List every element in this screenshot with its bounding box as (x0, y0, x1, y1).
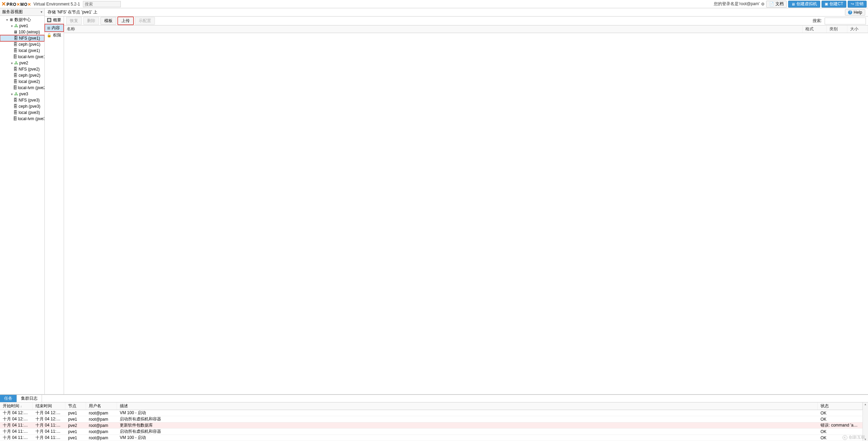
task-end: 十月 04 12:35:44 (33, 410, 65, 416)
tree-item-storage[interactable]: 🗄ceph (pve2) (0, 72, 44, 78)
task-row[interactable]: 十月 04 12:33:42 十月 04 12:33:42 pve1 root@… (0, 416, 862, 422)
task-node: pve1 (65, 417, 86, 422)
col-user[interactable]: 用户名 (86, 402, 117, 410)
tree-item-storage[interactable]: 🗄local (pve3) (0, 109, 44, 116)
content-grid-header: 名称 格式 类别 大小 (64, 25, 868, 33)
task-node: pve1 (65, 435, 86, 440)
lock-icon: 🔓 (47, 33, 52, 38)
docs-button[interactable]: 📄文档 (766, 1, 787, 8)
tree-label: pve1 (19, 23, 28, 28)
tree-label: 100 (winxp) (19, 30, 40, 34)
task-node: pve1 (65, 411, 86, 416)
collapse-icon: ▾ (10, 24, 14, 28)
tree-item-storage[interactable]: 🗄NFS (pve3) (0, 97, 44, 103)
tree-node-pve1[interactable]: ▾🖧pve1 (0, 23, 44, 29)
logout-button[interactable]: ↪注销 (848, 1, 867, 8)
version-label: Virtual Environment 5.2-1 (33, 2, 80, 7)
tree-item-storage[interactable]: 🗄local-lvm (pve1) (0, 54, 44, 60)
tree-item-storage[interactable]: 🗄NFS (pve2) (0, 66, 44, 72)
storage-icon: 🗄 (13, 54, 17, 59)
storage-icon: 🗄 (13, 116, 17, 121)
subnav-content[interactable]: ⊞内容 (45, 24, 64, 32)
task-start: 十月 04 11:55:50 (0, 429, 33, 434)
tree-item-vm[interactable]: 🖥100 (winxp) (0, 29, 44, 35)
delete-button[interactable]: 删除 (83, 17, 99, 25)
task-start: 十月 04 11:55:56 (0, 422, 33, 428)
tree-node-pve3[interactable]: ▾🖧pve3 (0, 91, 44, 97)
task-row[interactable]: 十月 04 11:55:50 十月 04 11:55:50 pve1 root@… (0, 429, 862, 435)
collapse-icon: ▾ (10, 61, 14, 65)
create-vm-button[interactable]: 🖥创建虚拟机 (788, 1, 820, 8)
view-label: 服务器视图 (2, 9, 23, 15)
collapse-icon: ▾ (5, 18, 9, 22)
storage-icon: 🗄 (13, 85, 17, 90)
logo-x-icon: ✕ (1, 1, 6, 7)
upload-button[interactable]: 上传 (118, 17, 134, 25)
task-row[interactable]: 十月 04 11:52:28 十月 04 11:52:33 pve1 root@… (0, 435, 862, 441)
col-description[interactable]: 描述 (117, 402, 818, 410)
content-pane: 恢复 删除 模板 上传 示配置 搜索: 名称 格式 类别 大小 (64, 17, 868, 394)
help-button[interactable]: ?Help (845, 9, 865, 15)
subnav-summary[interactable]: 🔲概要 (45, 17, 64, 24)
logo: ✕ PRO✕MO✕ (1, 1, 31, 7)
view-selector[interactable]: 服务器视图 ▾ (0, 8, 44, 16)
tree-node-pve2[interactable]: ▾🖧pve2 (0, 60, 44, 66)
tree-item-storage[interactable]: 🗄local-lvm (pve3) (0, 116, 44, 122)
subnav-summary-label: 概要 (53, 17, 61, 23)
tree-item-storage[interactable]: 🗄local-lvm (pve2) (0, 85, 44, 91)
tree-item-storage[interactable]: 🗄ceph (pve1) (0, 41, 44, 48)
server-icon: 🖧 (14, 61, 19, 65)
task-desc: 启动所有虚拟机和容器 (117, 429, 818, 434)
col-status[interactable]: 状态 (818, 402, 862, 410)
tab-tasks[interactable]: 任务 (0, 395, 17, 402)
tree-label: pve2 (19, 61, 28, 65)
col-size[interactable]: 大小 (847, 25, 868, 33)
task-status: 错误: command 'apt-get upd... (818, 422, 862, 428)
create-ct-button[interactable]: ▣创建CT (822, 1, 846, 8)
subnav-content-label: 内容 (52, 25, 60, 31)
task-node: pve2 (65, 423, 86, 428)
task-node: pve1 (65, 429, 86, 434)
task-row[interactable]: 十月 04 11:55:56 十月 04 11:56:11 pve2 root@… (0, 422, 862, 429)
tree-label: ceph (pve2) (19, 73, 40, 78)
col-name[interactable]: 名称 (64, 25, 803, 33)
tree-label: NFS (pve3) (19, 98, 40, 103)
col-end-time[interactable]: 结束时间 (33, 402, 65, 410)
tree-item-storage[interactable]: 🗄NFS (pve1) (0, 35, 44, 41)
task-end: 十月 04 11:55:50 (33, 429, 65, 434)
templates-button[interactable]: 模板 (100, 17, 116, 25)
scroll-up-icon[interactable]: ▴ (865, 402, 866, 406)
create-ct-label: 创建CT (829, 1, 843, 7)
book-icon: 📄 (769, 2, 774, 6)
task-end: 十月 04 11:56:11 (33, 422, 65, 428)
restore-button[interactable]: 恢复 (66, 17, 82, 25)
tree-label: NFS (pve2) (19, 67, 40, 72)
tab-cluster-log[interactable]: 集群日志 (17, 395, 42, 402)
tree-label: NFS (pve1) (19, 36, 40, 41)
subnav-permissions[interactable]: 🔓权限 (45, 32, 64, 39)
tree-datacenter[interactable]: ▾≣数据中心 (0, 17, 44, 23)
global-search-input[interactable] (83, 1, 121, 7)
col-type[interactable]: 类别 (827, 25, 847, 33)
show-config-button[interactable]: 示配置 (135, 17, 155, 25)
gear-icon[interactable]: ⚙ (761, 2, 765, 7)
task-row[interactable]: 十月 04 12:35:42 十月 04 12:35:44 pve1 root@… (0, 410, 862, 416)
col-start-time[interactable]: 开始时间↓ (0, 402, 33, 410)
server-icon: 🖧 (14, 92, 19, 96)
storage-icon: 🗄 (13, 98, 18, 103)
content-search-input[interactable] (825, 18, 866, 24)
task-desc: 启动所有虚拟机和容器 (117, 416, 818, 422)
col-node[interactable]: 节点 (65, 402, 86, 410)
logout-icon: ↪ (851, 2, 854, 6)
help-label: Help (854, 10, 862, 15)
task-user: root@pam (86, 435, 117, 440)
watermark-icon: K (843, 435, 847, 440)
task-desc: 更新软件包数据库 (117, 422, 818, 428)
tree-item-storage[interactable]: 🗄local (pve1) (0, 48, 44, 54)
content-toolbar: 恢复 删除 模板 上传 示配置 搜索: (64, 17, 868, 25)
vm-icon: 🖥 (13, 30, 18, 34)
col-format[interactable]: 格式 (803, 25, 827, 33)
tree-item-storage[interactable]: 🗄local (pve2) (0, 78, 44, 85)
tree-item-storage[interactable]: 🗄ceph (pve3) (0, 103, 44, 109)
storage-icon: 🗄 (13, 73, 18, 78)
